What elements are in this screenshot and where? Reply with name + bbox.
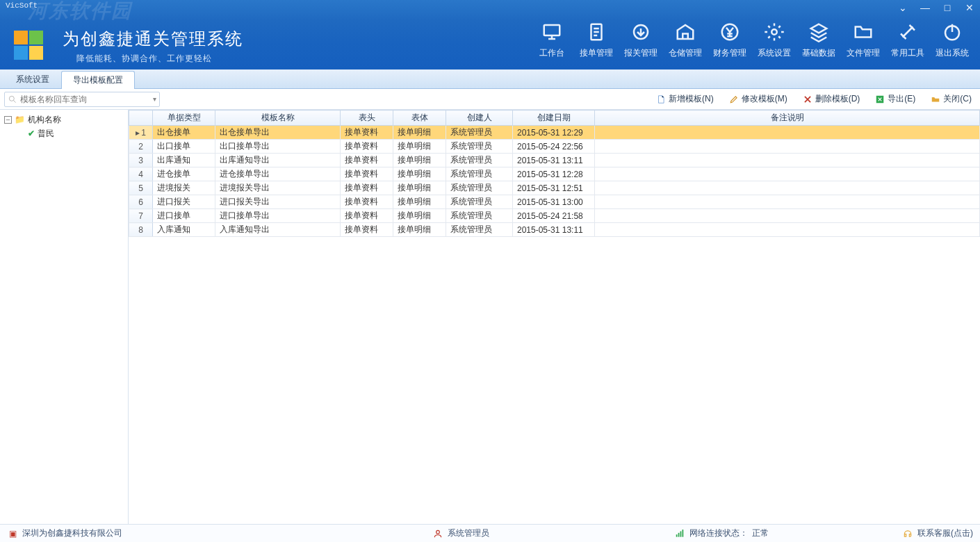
col-by[interactable]: 创建人 bbox=[446, 110, 513, 126]
col-rownum[interactable] bbox=[129, 110, 153, 126]
minimize-button[interactable]: — bbox=[917, 1, 933, 14]
export-button[interactable]: 导出(E) bbox=[871, 92, 920, 107]
table-row[interactable]: 6进口报关进口报关导出接单资料接单明细系统管理员2015-05-31 13:00 bbox=[129, 195, 980, 209]
collapse-icon[interactable]: – bbox=[4, 116, 12, 124]
cell-type: 进境报关 bbox=[153, 181, 215, 195]
table-row[interactable]: 8入库通知入库通知导出接单资料接单明细系统管理员2015-05-31 13:11 bbox=[129, 223, 980, 237]
tree-root[interactable]: – 📁 机构名称 bbox=[4, 113, 124, 126]
status-user: 系统管理员 bbox=[448, 527, 489, 539]
tab-export-template[interactable]: 导出模板配置 bbox=[61, 71, 135, 89]
svg-point-10 bbox=[9, 96, 14, 101]
table-row[interactable]: ▸1出仓接单出仓接单导出接单资料接单明细系统管理员2015-05-31 12:2… bbox=[129, 126, 980, 140]
tree-child[interactable]: ✔ 普民 bbox=[28, 126, 124, 140]
table-row[interactable]: 7进口接单进口接单导出接单资料接单明细系统管理员2015-05-24 21:58 bbox=[129, 209, 980, 223]
cell-name: 出库通知导出 bbox=[215, 154, 341, 167]
cell-date: 2015-05-31 13:11 bbox=[513, 223, 595, 237]
cell-by: 系统管理员 bbox=[446, 140, 513, 154]
cell-head: 接单资料 bbox=[341, 195, 393, 209]
close-tab-button[interactable]: 关闭(C) bbox=[926, 92, 976, 107]
check-icon: ✔ bbox=[28, 129, 35, 138]
maximize-button[interactable]: □ bbox=[940, 1, 955, 14]
svg-rect-3 bbox=[29, 46, 43, 60]
app-subtitle: 降低能耗、协调合作、工作更轻松 bbox=[76, 53, 212, 65]
cell-head: 接单资料 bbox=[341, 223, 393, 237]
window-options-button[interactable]: ⌄ bbox=[895, 1, 910, 14]
row-number: 5 bbox=[129, 181, 153, 195]
col-date[interactable]: 创建日期 bbox=[513, 110, 595, 126]
cell-note bbox=[595, 223, 980, 237]
cell-date: 2015-05-31 12:51 bbox=[513, 181, 595, 195]
chevron-down-icon[interactable]: ▾ bbox=[153, 95, 156, 103]
cell-by: 系统管理员 bbox=[446, 126, 513, 140]
ribbon-order[interactable]: 接单管理 bbox=[574, 18, 619, 59]
ribbon-workbench[interactable]: 工作台 bbox=[530, 18, 574, 59]
cell-name: 进仓接单导出 bbox=[215, 167, 341, 181]
tab-system-settings[interactable]: 系统设置 bbox=[4, 70, 61, 88]
edit-template-button[interactable]: 修改模板(M) bbox=[725, 92, 792, 107]
col-note[interactable]: 备注说明 bbox=[595, 110, 980, 126]
ribbon-basedata[interactable]: 基础数据 bbox=[797, 18, 841, 59]
ribbon-warehouse[interactable]: 仓储管理 bbox=[663, 18, 708, 59]
search-icon bbox=[8, 95, 17, 104]
delete-template-button[interactable]: 删除模板(D) bbox=[799, 92, 865, 107]
cell-note bbox=[595, 195, 980, 209]
folder-icon bbox=[841, 18, 885, 46]
stamp-icon bbox=[619, 18, 663, 46]
app-title: 为创鑫捷通关管理系统 bbox=[63, 28, 243, 50]
template-grid: 单据类型 模板名称 表头 表体 创建人 创建日期 备注说明 ▸1出仓接单出仓接单… bbox=[129, 110, 980, 237]
org-tree: – 📁 机构名称 ✔ 普民 bbox=[0, 110, 129, 524]
search-input[interactable] bbox=[20, 95, 153, 104]
folder-icon: 📁 bbox=[15, 115, 25, 124]
svg-rect-1 bbox=[29, 31, 43, 44]
cell-type: 进仓接单 bbox=[153, 167, 215, 181]
cell-date: 2015-05-24 21:58 bbox=[513, 209, 595, 223]
status-net-value: 正常 bbox=[752, 527, 769, 539]
cell-note bbox=[595, 154, 980, 167]
table-row[interactable]: 5进境报关进境报关导出接单资料接单明细系统管理员2015-05-31 12:51 bbox=[129, 181, 980, 195]
svg-point-8 bbox=[771, 29, 777, 35]
col-type[interactable]: 单据类型 bbox=[153, 110, 215, 126]
cell-body: 接单明细 bbox=[393, 209, 446, 223]
row-number: 3 bbox=[129, 154, 153, 167]
warehouse-icon bbox=[663, 18, 708, 46]
cell-name: 进境报关导出 bbox=[215, 181, 341, 195]
ribbon-customs[interactable]: 报关管理 bbox=[619, 18, 663, 59]
cell-head: 接单资料 bbox=[341, 181, 393, 195]
row-number: 4 bbox=[129, 167, 153, 181]
contact-support[interactable]: 联系客服(点击) bbox=[902, 527, 973, 539]
cell-by: 系统管理员 bbox=[446, 223, 513, 237]
table-row[interactable]: 2出口接单出口接单导出接单资料接单明细系统管理员2015-05-24 22:56 bbox=[129, 140, 980, 154]
col-head[interactable]: 表头 bbox=[341, 110, 393, 126]
title-bar: VicSoft 河东软件园 为创鑫捷通关管理系统 降低能耗、协调合作、工作更轻松… bbox=[0, 0, 980, 69]
row-number: ▸1 bbox=[129, 126, 153, 140]
search-box[interactable]: ▾ bbox=[4, 92, 160, 107]
cell-body: 接单明细 bbox=[393, 181, 446, 195]
close-folder-icon bbox=[931, 95, 940, 104]
cell-date: 2015-05-31 12:28 bbox=[513, 167, 595, 181]
row-number: 8 bbox=[129, 223, 153, 237]
table-row[interactable]: 3出库通知出库通知导出接单资料接单明细系统管理员2015-05-31 13:11 bbox=[129, 154, 980, 167]
watermark-text: 河东软件园 bbox=[28, 1, 132, 21]
cell-head: 接单资料 bbox=[341, 154, 393, 167]
table-row[interactable]: 4进仓接单进仓接单导出接单资料接单明细系统管理员2015-05-31 12:28 bbox=[129, 167, 980, 181]
svg-rect-14 bbox=[678, 532, 680, 536]
col-name[interactable]: 模板名称 bbox=[215, 110, 341, 126]
add-template-button[interactable]: 新增模板(N) bbox=[652, 92, 718, 107]
cell-by: 系统管理员 bbox=[446, 195, 513, 209]
col-body[interactable]: 表体 bbox=[393, 110, 446, 126]
cell-name: 出口接单导出 bbox=[215, 140, 341, 154]
status-bar: ▣ 深圳为创鑫捷科技有限公司 系统管理员 网络连接状态： 正常 联系客服(点击) bbox=[0, 524, 980, 542]
svg-point-12 bbox=[436, 530, 440, 534]
cell-by: 系统管理员 bbox=[446, 209, 513, 223]
gear-icon bbox=[752, 18, 797, 46]
cell-body: 接单明细 bbox=[393, 223, 446, 237]
ribbon-tools[interactable]: 常用工具 bbox=[885, 18, 930, 59]
clipboard-icon bbox=[574, 18, 619, 46]
cell-body: 接单明细 bbox=[393, 167, 446, 181]
close-window-button[interactable]: ✕ bbox=[962, 1, 977, 14]
ribbon-files[interactable]: 文件管理 bbox=[841, 18, 885, 59]
ribbon-exit[interactable]: 退出系统 bbox=[930, 18, 974, 59]
ribbon-settings[interactable]: 系统设置 bbox=[752, 18, 797, 59]
grid-wrapper: 单据类型 模板名称 表头 表体 创建人 创建日期 备注说明 ▸1出仓接单出仓接单… bbox=[129, 110, 980, 524]
ribbon-finance[interactable]: 财务管理 bbox=[708, 18, 752, 59]
